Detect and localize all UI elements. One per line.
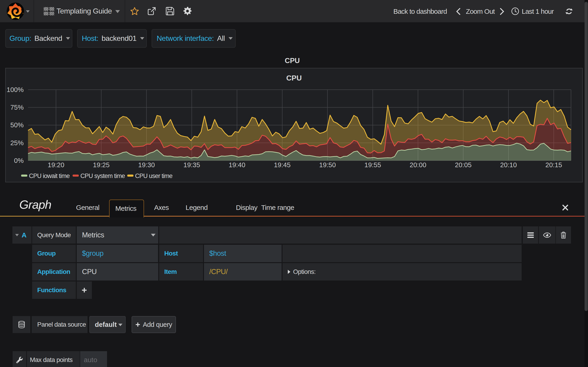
svg-text:20:10: 20:10 [500, 161, 517, 169]
svg-text:19:50: 19:50 [319, 161, 336, 169]
svg-text:CPU user time: CPU user time [135, 173, 173, 179]
svg-text:CPU iowait time: CPU iowait time [29, 173, 69, 179]
svg-text:50%: 50% [10, 121, 24, 129]
svg-text:19:35: 19:35 [183, 161, 200, 169]
svg-text:19:20: 19:20 [48, 161, 65, 169]
svg-text:75%: 75% [10, 104, 24, 111]
svg-text:20:05: 20:05 [455, 161, 472, 169]
svg-text:0%: 0% [14, 157, 24, 164]
svg-text:19:25: 19:25 [93, 161, 110, 169]
svg-text:20:00: 20:00 [410, 161, 426, 169]
svg-text:CPU system time: CPU system time [80, 173, 125, 179]
svg-text:19:55: 19:55 [364, 161, 381, 169]
svg-text:25%: 25% [10, 139, 24, 147]
svg-text:19:40: 19:40 [229, 161, 246, 169]
svg-text:20:15: 20:15 [545, 161, 562, 169]
svg-text:19:45: 19:45 [274, 161, 291, 169]
svg-text:100%: 100% [7, 86, 24, 93]
svg-text:19:30: 19:30 [138, 161, 155, 169]
